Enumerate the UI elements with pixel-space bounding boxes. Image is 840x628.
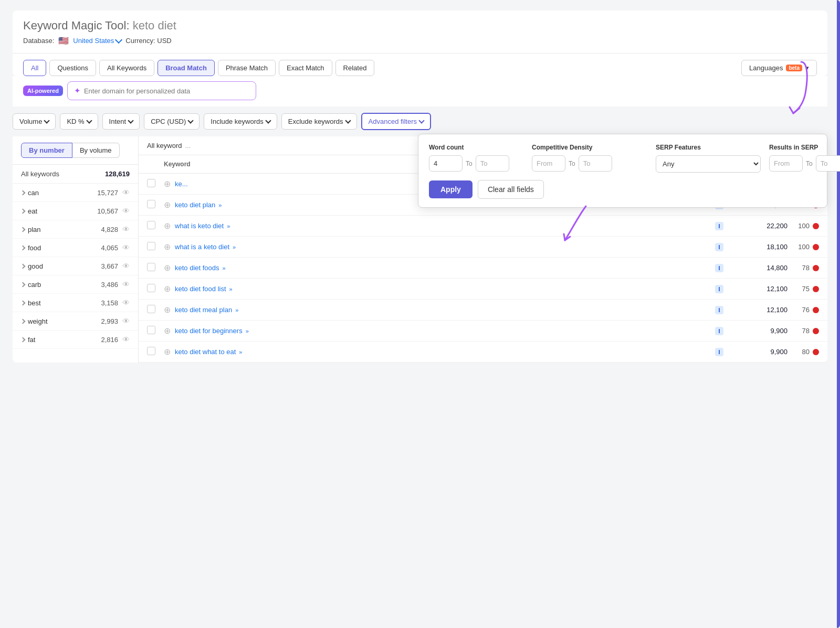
sidebar-count: 3,667 bbox=[101, 262, 118, 270]
intent-filter-btn[interactable]: Intent bbox=[102, 113, 140, 130]
sidebar-item[interactable]: eat 10,567 👁 bbox=[13, 202, 138, 220]
sidebar-count: 10,567 bbox=[97, 207, 118, 215]
kd-filter-btn[interactable]: KD % bbox=[60, 113, 98, 130]
add-keyword-icon[interactable]: ⊕ bbox=[164, 326, 171, 336]
eye-icon[interactable]: 👁 bbox=[122, 243, 130, 252]
double-chevron-icon: » bbox=[233, 244, 236, 250]
sidebar-item[interactable]: fat 2,816 👁 bbox=[13, 331, 138, 349]
keyword-text: keto diet plan bbox=[175, 201, 215, 209]
chevron-right-icon bbox=[20, 282, 26, 287]
keyword-link[interactable]: ⊕ keto diet food list » bbox=[164, 284, 698, 294]
cpc-filter-btn[interactable]: CPC (USD) bbox=[144, 113, 200, 130]
eye-icon[interactable]: 👁 bbox=[122, 280, 130, 289]
keyword-link[interactable]: ⊕ keto diet foods » bbox=[164, 263, 698, 273]
add-keyword-icon[interactable]: ⊕ bbox=[164, 284, 171, 294]
tab-questions[interactable]: Questions bbox=[49, 60, 96, 76]
row-checkbox[interactable] bbox=[147, 200, 155, 208]
table-row: ⊕ what is keto diet » I 22,200 100 bbox=[139, 216, 827, 237]
beta-badge: beta bbox=[786, 65, 802, 71]
intent-badge: I bbox=[715, 285, 723, 293]
ai-domain-input[interactable] bbox=[84, 87, 249, 95]
comp-density-from-input[interactable] bbox=[532, 155, 565, 172]
chevron-down-icon: ▾ bbox=[805, 64, 809, 72]
tab-phrase-match[interactable]: Phrase Match bbox=[218, 60, 276, 76]
exclude-keywords-filter-btn[interactable]: Exclude keywords bbox=[281, 113, 357, 130]
sidebar-item[interactable]: weight 2,993 👁 bbox=[13, 312, 138, 331]
tab-all[interactable]: All bbox=[23, 60, 46, 76]
competitive-density-filter: Competitive Density To bbox=[532, 144, 647, 172]
volume-filter-btn[interactable]: Volume bbox=[13, 113, 56, 130]
comp-density-to-input[interactable] bbox=[579, 155, 612, 172]
eye-icon[interactable]: 👁 bbox=[122, 335, 130, 344]
eye-icon[interactable]: 👁 bbox=[122, 317, 130, 325]
sidebar-item[interactable]: good 3,667 👁 bbox=[13, 257, 138, 275]
eye-icon[interactable]: 👁 bbox=[122, 262, 130, 270]
sidebar-item[interactable]: can 15,727 👁 bbox=[13, 184, 138, 202]
clear-all-fields-button[interactable]: Clear all fields bbox=[478, 180, 544, 199]
sidebar-count: 3,486 bbox=[101, 281, 118, 289]
keyword-link[interactable]: ⊕ keto diet meal plan » bbox=[164, 305, 698, 315]
tabs-row: All Questions All Keywords Broad Match P… bbox=[23, 54, 817, 76]
sidebar-toggle-row: By number By volume bbox=[13, 136, 138, 165]
by-number-toggle[interactable]: By number bbox=[21, 143, 72, 158]
chevron-down-icon bbox=[345, 118, 351, 123]
database-link[interactable]: United States bbox=[73, 37, 121, 45]
comp-density-to-label: To bbox=[569, 160, 575, 167]
volume-value: 12,100 bbox=[766, 285, 788, 293]
tab-related[interactable]: Related bbox=[335, 60, 375, 76]
row-checkbox[interactable] bbox=[147, 347, 155, 355]
add-keyword-icon[interactable]: ⊕ bbox=[164, 221, 171, 231]
eye-icon[interactable]: 👁 bbox=[122, 207, 130, 215]
word-count-to-input[interactable] bbox=[476, 155, 509, 172]
sidebar-item[interactable]: carb 3,486 👁 bbox=[13, 275, 138, 294]
double-chevron-icon: » bbox=[239, 349, 242, 355]
add-keyword-icon[interactable]: ⊕ bbox=[164, 263, 171, 273]
sidebar-item[interactable]: plan 4,828 👁 bbox=[13, 220, 138, 239]
advanced-filters-dropdown: Word count To Competitive Density To bbox=[418, 134, 827, 208]
row-checkbox[interactable] bbox=[147, 284, 155, 292]
add-keyword-icon[interactable]: ⊕ bbox=[164, 242, 171, 252]
chevron-right-icon bbox=[20, 245, 26, 250]
word-count-from-input[interactable] bbox=[429, 155, 463, 172]
double-chevron-icon: » bbox=[227, 223, 230, 229]
results-serp-to-input[interactable] bbox=[816, 155, 840, 172]
languages-button[interactable]: Languages beta ▾ bbox=[741, 60, 817, 76]
add-keyword-icon[interactable]: ⊕ bbox=[164, 179, 171, 189]
include-keywords-filter-btn[interactable]: Include keywords bbox=[204, 113, 277, 130]
row-checkbox[interactable] bbox=[147, 305, 155, 313]
advanced-filters-btn[interactable]: Advanced filters bbox=[361, 113, 432, 130]
add-keyword-icon[interactable]: ⊕ bbox=[164, 200, 171, 210]
tab-all-keywords[interactable]: All Keywords bbox=[99, 60, 154, 76]
row-checkbox[interactable] bbox=[147, 179, 155, 187]
row-checkbox[interactable] bbox=[147, 263, 155, 271]
results-serp-from-input[interactable] bbox=[769, 155, 803, 172]
chevron-down-icon bbox=[265, 118, 271, 123]
keyword-link[interactable]: ⊕ what is a keto diet » bbox=[164, 242, 698, 252]
ai-input-wrapper[interactable]: ✦ bbox=[67, 81, 256, 100]
row-checkbox[interactable] bbox=[147, 326, 155, 334]
row-checkbox[interactable] bbox=[147, 242, 155, 250]
add-keyword-icon[interactable]: ⊕ bbox=[164, 305, 171, 315]
sidebar-word: eat bbox=[28, 207, 37, 215]
sidebar-item[interactable]: best 3,158 👁 bbox=[13, 294, 138, 312]
chevron-down-icon bbox=[418, 118, 424, 123]
by-volume-toggle[interactable]: By volume bbox=[72, 143, 120, 158]
serp-features-select[interactable]: Any bbox=[656, 155, 761, 173]
sidebar-item[interactable]: food 4,065 👁 bbox=[13, 239, 138, 257]
eye-icon[interactable]: 👁 bbox=[122, 225, 130, 233]
kd-dot bbox=[813, 349, 819, 355]
chevron-right-icon bbox=[20, 318, 26, 324]
add-keyword-icon[interactable]: ⊕ bbox=[164, 347, 171, 357]
sidebar-count: 4,065 bbox=[101, 244, 118, 252]
keyword-link[interactable]: ⊕ keto diet what to eat » bbox=[164, 347, 698, 357]
keyword-link[interactable]: ⊕ keto diet for beginners » bbox=[164, 326, 698, 336]
row-checkbox[interactable] bbox=[147, 221, 155, 229]
tab-broad-match[interactable]: Broad Match bbox=[158, 60, 215, 76]
apply-button[interactable]: Apply bbox=[429, 180, 472, 198]
tab-exact-match[interactable]: Exact Match bbox=[279, 60, 332, 76]
keyword-link[interactable]: ⊕ what is keto diet » bbox=[164, 221, 698, 231]
eye-icon[interactable]: 👁 bbox=[122, 188, 130, 197]
ai-powered-badge: AI-powered bbox=[23, 86, 63, 96]
eye-icon[interactable]: 👁 bbox=[122, 299, 130, 307]
intent-badge: I bbox=[715, 306, 723, 314]
